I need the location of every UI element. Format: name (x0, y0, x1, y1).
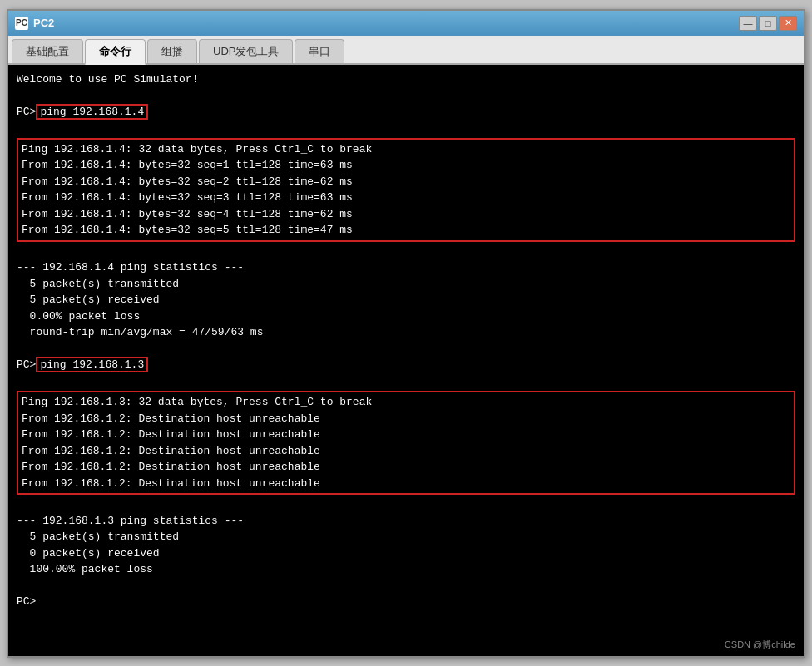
blank-line-5 (17, 578, 795, 594)
ping2-line-4: From 192.168.1.2: Destination host unrea… (22, 459, 790, 476)
stats1-header: --- 192.168.1.4 ping statistics --- (17, 259, 795, 276)
blank-line-2 (17, 120, 795, 136)
stats2-loss: 100.00% packet loss (17, 561, 795, 578)
watermark: CSDN @博childe (725, 639, 795, 651)
ping1-line-3: From 192.168.1.4: bytes=32 seq=3 ttl=128… (22, 190, 790, 206)
tab-multicast[interactable]: 组播 (147, 39, 197, 63)
stats2-blank (17, 496, 795, 513)
blank-line-3 (17, 341, 795, 358)
cmd-input-2: ping 192.168.1.3 (36, 357, 148, 372)
ping2-result-block: Ping 192.168.1.3: 32 data bytes, Press C… (17, 391, 795, 495)
ping1-line-5: From 192.168.1.4: bytes=32 seq=5 ttl=128… (22, 222, 790, 239)
ping2-line-2: From 192.168.1.2: Destination host unrea… (22, 427, 790, 443)
welcome-line: Welcome to use PC Simulator! (17, 72, 795, 88)
window-icon: PC (15, 17, 28, 30)
ping1-line-4: From 192.168.1.4: bytes=32 seq=4 ttl=128… (22, 206, 790, 223)
cmd-input-1: ping 192.168.1.4 (36, 104, 148, 120)
ping1-line-2: From 192.168.1.4: bytes=32 seq=2 ttl=128… (22, 174, 790, 190)
prompt-line-3: PC> (17, 594, 795, 610)
stats1-rtt: round-trip min/avg/max = 47/59/63 ms (17, 324, 795, 341)
title-bar-buttons: — □ ✕ (739, 16, 797, 31)
ping1-line-1: From 192.168.1.4: bytes=32 seq=1 ttl=128… (22, 157, 790, 174)
close-button[interactable]: ✕ (779, 16, 797, 31)
ping1-result-block: Ping 192.168.1.4: 32 data bytes, Press C… (17, 138, 795, 242)
tab-command-line[interactable]: 命令行 (85, 39, 146, 65)
ping2-line-1: From 192.168.1.2: Destination host unrea… (22, 411, 790, 427)
ping2-line-5: From 192.168.1.2: Destination host unrea… (22, 476, 790, 492)
tab-serial[interactable]: 串口 (295, 39, 344, 63)
ping2-line-3: From 192.168.1.2: Destination host unrea… (22, 443, 790, 460)
ping1-line-0: Ping 192.168.1.4: 32 data bytes, Press C… (22, 141, 790, 158)
maximize-button[interactable]: □ (759, 16, 777, 31)
tab-udp-tool[interactable]: UDP发包工具 (199, 39, 293, 63)
stats1-transmitted: 5 packet(s) transmitted (17, 276, 795, 293)
stats2-transmitted: 5 packet(s) transmitted (17, 529, 795, 545)
prompt-text-1: PC> (17, 106, 36, 118)
prompt-line-2: PC>ping 192.168.1.3 (17, 357, 795, 373)
title-bar-left: PC PC2 (15, 17, 54, 30)
stats1-loss: 0.00% packet loss (17, 308, 795, 325)
stats1-received: 5 packet(s) received (17, 292, 795, 308)
tab-basic-config[interactable]: 基础配置 (12, 39, 83, 63)
prompt-text-2: PC> (17, 358, 36, 371)
stats1-blank (17, 244, 795, 260)
title-bar: PC PC2 — □ ✕ (8, 11, 804, 36)
terminal-output[interactable]: Welcome to use PC Simulator! PC>ping 192… (8, 65, 804, 656)
stats2-received: 0 packet(s) received (17, 545, 795, 562)
prompt-line-1: PC>ping 192.168.1.4 (17, 104, 795, 121)
stats2-header: --- 192.168.1.3 ping statistics --- (17, 513, 795, 530)
ping2-line-0: Ping 192.168.1.3: 32 data bytes, Press C… (22, 394, 790, 411)
tab-bar: 基础配置 命令行 组播 UDP发包工具 串口 (8, 36, 804, 65)
minimize-button[interactable]: — (739, 16, 757, 31)
blank-line-4 (17, 373, 795, 390)
blank-line-1 (17, 87, 795, 104)
window-title: PC2 (33, 17, 54, 29)
main-window: PC PC2 — □ ✕ 基础配置 命令行 组播 UDP发包工具 串口 Welc… (7, 9, 805, 658)
